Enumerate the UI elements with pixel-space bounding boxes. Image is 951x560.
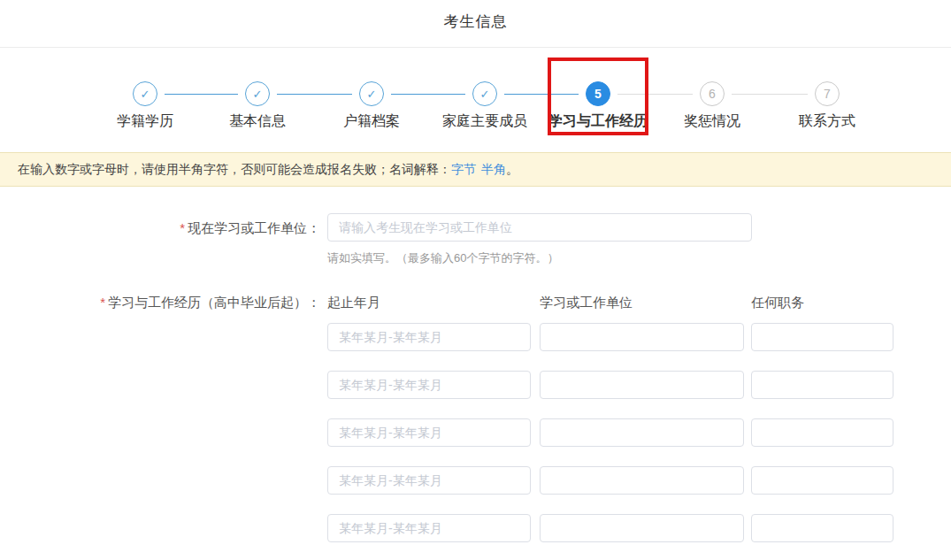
- step-connector: [732, 94, 808, 95]
- unit-input-5[interactable]: [540, 514, 744, 542]
- current-unit-help-text: 请如实填写。（最多输入60个字节的字符。）: [327, 250, 558, 266]
- date-range-input-1[interactable]: [327, 323, 531, 351]
- required-asterisk: *: [100, 295, 105, 310]
- step-label: 家庭主要成员: [442, 112, 527, 131]
- step-basic-info[interactable]: ✓ 基本信息: [229, 81, 286, 131]
- notice-suffix: 。: [506, 162, 518, 176]
- step-rewards-punishments[interactable]: 6 奖惩情况: [684, 81, 740, 131]
- step-connector: [165, 94, 238, 95]
- column-header-position: 任何职务: [751, 295, 804, 311]
- required-asterisk: *: [180, 220, 185, 235]
- column-header-date-range: 起止年月: [327, 295, 380, 311]
- step-connector: [277, 94, 352, 95]
- step-label: 学籍学历: [117, 112, 173, 131]
- candidate-info-page: 考生信息 ✓ 学籍学历 ✓ 基本信息 ✓ 户籍档案 ✓ 家庭主要成员 5 学习与…: [0, 0, 951, 560]
- step-label: 奖惩情况: [684, 112, 740, 131]
- position-input-1[interactable]: [751, 323, 893, 351]
- check-icon: ✓: [359, 81, 384, 106]
- halfwidth-notice-bar: 在输入数字或字母时，请使用半角字符，否则可能会造成报名失败；名词解释：字节半角。: [0, 152, 951, 187]
- step-label: 学习与工作经历: [548, 112, 648, 131]
- step-study-work-experience[interactable]: 5 学习与工作经历: [548, 81, 648, 131]
- column-header-unit: 学习或工作单位: [540, 295, 633, 311]
- date-range-input-2[interactable]: [327, 371, 531, 399]
- check-icon: ✓: [245, 81, 270, 106]
- position-input-2[interactable]: [751, 371, 893, 399]
- notice-text: 在输入数字或字母时，请使用半角字符，否则可能会造成报名失败；名词解释：: [18, 162, 451, 176]
- step-number: 6: [700, 81, 725, 106]
- unit-input-2[interactable]: [540, 371, 744, 399]
- step-progress-bar: ✓ 学籍学历 ✓ 基本信息 ✓ 户籍档案 ✓ 家庭主要成员 5 学习与工作经历 …: [0, 48, 951, 142]
- experience-label: *学习与工作经历（高中毕业后起）：: [0, 295, 320, 311]
- step-label: 联系方式: [799, 112, 855, 131]
- halfwidth-definition-link[interactable]: 半角: [481, 162, 506, 176]
- page-title: 考生信息: [0, 12, 951, 32]
- step-family-members[interactable]: ✓ 家庭主要成员: [442, 81, 527, 131]
- step-contact-info[interactable]: 7 联系方式: [799, 81, 855, 131]
- position-input-3[interactable]: [751, 418, 893, 447]
- position-input-5[interactable]: [751, 514, 893, 542]
- step-school-record[interactable]: ✓ 学籍学历: [117, 81, 173, 131]
- current-unit-input[interactable]: [327, 213, 752, 242]
- step-number: 7: [815, 81, 840, 106]
- unit-input-3[interactable]: [540, 418, 744, 447]
- unit-input-4[interactable]: [540, 466, 744, 495]
- date-range-input-5[interactable]: [327, 514, 531, 542]
- step-number: 5: [586, 81, 610, 106]
- date-range-input-3[interactable]: [327, 418, 531, 447]
- step-household-archive[interactable]: ✓ 户籍档案: [343, 81, 400, 131]
- unit-input-1[interactable]: [540, 323, 744, 351]
- byte-definition-link[interactable]: 字节: [451, 162, 476, 176]
- step-label: 基本信息: [229, 112, 286, 131]
- check-icon: ✓: [472, 81, 497, 106]
- date-range-input-4[interactable]: [327, 466, 531, 495]
- position-input-4[interactable]: [751, 466, 893, 495]
- step-label: 户籍档案: [343, 112, 400, 131]
- current-unit-label: *现在学习或工作单位：: [0, 220, 320, 237]
- check-icon: ✓: [133, 81, 157, 106]
